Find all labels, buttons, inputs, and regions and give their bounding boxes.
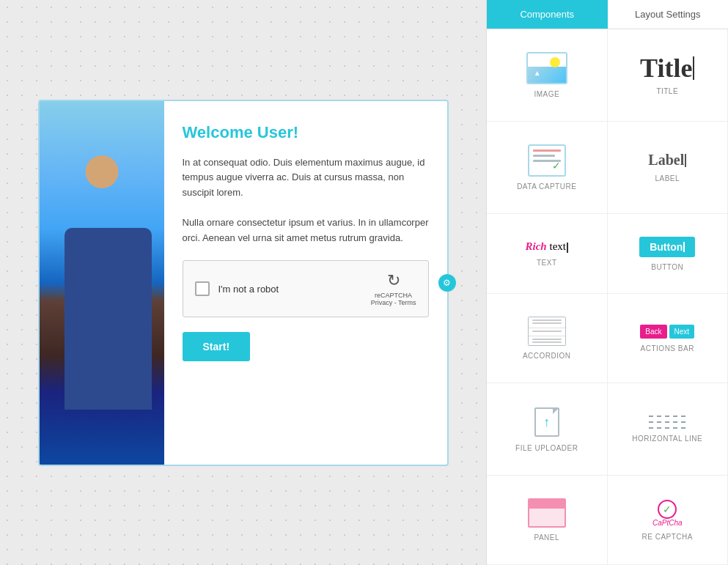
captcha-label: I'm not a robot (218, 284, 362, 295)
actionsbar-icon: Back Next (640, 325, 694, 339)
component-actionsbar[interactable]: Back Next ACTIONS BAR (608, 294, 729, 383)
next-label: Next (669, 325, 695, 339)
component-button[interactable]: Button BUTTON (608, 214, 729, 295)
form-paragraph2: Nulla ornare consectetur ipsum et varius… (183, 215, 429, 246)
components-grid: IMAGE Title TITLE ✓ DATA CAPTURE (487, 29, 728, 565)
label-icon: Label (648, 152, 686, 169)
captcha-text-label: CaPtCha (652, 519, 683, 527)
component-image[interactable]: IMAGE (487, 29, 608, 122)
component-recaptcha-label: RE CAPTCHA (642, 533, 693, 541)
form-content: Welcome User! In at consequat odio. Duis… (164, 101, 447, 465)
upload-arrow-icon: ↑ (543, 415, 550, 430)
captcha-checkbox[interactable] (195, 281, 210, 296)
component-recaptcha[interactable]: ✓ CaPtCha RE CAPTCHA (608, 476, 729, 565)
tab-components[interactable]: Components (487, 0, 608, 29)
captcha-brand: reCAPTCHA (375, 292, 412, 299)
back-label: Back (640, 325, 666, 339)
component-datacapture[interactable]: ✓ DATA CAPTURE (487, 122, 608, 214)
component-hline[interactable]: HORIZONTAL LINE (608, 383, 729, 476)
component-fileupload[interactable]: ↑ FILE UPLOADER (487, 383, 608, 476)
title-icon: Title (640, 55, 694, 81)
component-accordion-label: ACCORDION (523, 352, 571, 360)
captcha-privacy: Privacy - Terms (371, 299, 416, 306)
panel-body (529, 509, 565, 526)
person-photo (40, 101, 164, 465)
component-text[interactable]: Rich text TEXT (487, 214, 608, 295)
component-title[interactable]: Title TITLE (608, 29, 729, 122)
datacapture-icon: ✓ (528, 144, 566, 177)
component-label[interactable]: Label LABEL (608, 122, 729, 214)
right-panel: Components Layout Settings IMAGE Title T… (486, 0, 728, 565)
component-hline-label: HORIZONTAL LINE (632, 435, 702, 443)
settings-gear-button[interactable]: ⚙ (438, 274, 456, 292)
component-label-label: LABEL (655, 174, 680, 182)
recaptcha-icon: ✓ CaPtCha (652, 500, 683, 527)
panel-icon (528, 498, 566, 528)
captcha-check-icon: ✓ (658, 500, 677, 519)
component-accordion[interactable]: ACCORDION (487, 294, 608, 383)
component-datacapture-label: DATA CAPTURE (517, 182, 576, 191)
form-image (40, 101, 164, 465)
component-button-label: BUTTON (651, 263, 683, 271)
captcha-logo: ↻ reCAPTCHA Privacy - Terms (371, 271, 416, 306)
file-doc: ↑ (534, 407, 559, 437)
accordion-icon (528, 317, 566, 346)
component-panel-label: PANEL (534, 533, 559, 542)
component-text-label: TEXT (537, 259, 557, 267)
form-title: Welcome User! (183, 123, 429, 142)
component-image-label: IMAGE (534, 90, 559, 98)
button-icon: Button (639, 237, 695, 257)
component-panel[interactable]: PANEL (487, 476, 608, 565)
hline-icon (649, 416, 685, 429)
image-icon (526, 52, 567, 84)
tabs-header: Components Layout Settings (487, 0, 728, 29)
component-title-label: TITLE (656, 87, 678, 95)
panel-header (529, 500, 565, 509)
component-actionsbar-label: ACTIONS BAR (641, 344, 694, 352)
component-fileupload-label: FILE UPLOADER (515, 444, 578, 452)
captcha-widget: I'm not a robot ↻ reCAPTCHA Privacy - Te… (183, 260, 429, 317)
form-card: Welcome User! In at consequat odio. Duis… (38, 100, 449, 466)
text-icon: Rich text (526, 240, 568, 253)
recaptcha-icon: ↻ (387, 271, 400, 290)
canvas-area: Welcome User! In at consequat odio. Duis… (0, 0, 486, 565)
tab-layout-settings[interactable]: Layout Settings (608, 0, 729, 29)
start-button[interactable]: Start! (183, 332, 251, 361)
form-paragraph1: In at consequat odio. Duis elementum max… (183, 155, 429, 201)
fileupload-icon: ↑ (531, 406, 563, 438)
